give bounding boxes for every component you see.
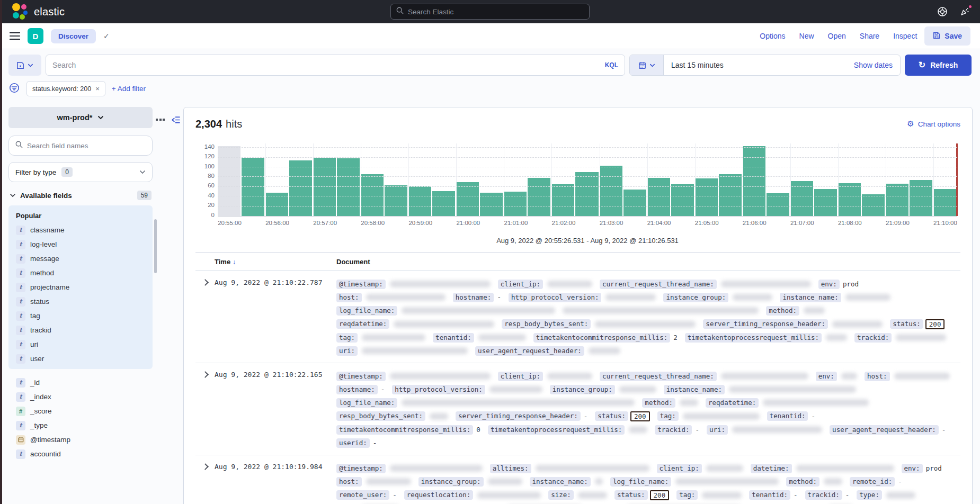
index-pattern-selector[interactable]: wm-prod*	[8, 107, 153, 128]
field-item-classname[interactable]: tclassname	[14, 223, 147, 237]
collapse-sidebar-icon[interactable]	[171, 115, 180, 127]
toolbar-link-new[interactable]: New	[799, 32, 814, 40]
redacted-value	[366, 294, 446, 301]
toolbar-link-inspect[interactable]: Inspect	[893, 32, 917, 40]
histogram-bar[interactable]	[289, 160, 312, 216]
histogram-bar[interactable]	[671, 184, 694, 216]
field-item-user[interactable]: tuser	[14, 352, 147, 366]
redacted-value	[721, 281, 811, 287]
field-item-uri[interactable]: turi	[14, 337, 147, 352]
histogram-bar[interactable]	[432, 191, 455, 216]
app-badge[interactable]: D	[28, 28, 43, 44]
histogram-bar[interactable]	[767, 193, 789, 216]
histogram-bar[interactable]	[385, 185, 407, 216]
date-quick-select-button[interactable]	[630, 55, 664, 75]
help-icon[interactable]	[937, 6, 948, 17]
field-search-input[interactable]	[27, 142, 146, 150]
histogram-bar[interactable]	[623, 190, 646, 216]
field-item-log-level[interactable]: tlog-level	[14, 237, 147, 251]
sort-descending-icon[interactable]: ↓	[233, 258, 236, 266]
toolbar-link-options[interactable]: Options	[760, 32, 785, 40]
field-item-trackid[interactable]: ttrackid	[14, 323, 147, 337]
filter-pill[interactable]: status.keyword: 200 ×	[26, 81, 105, 96]
doc-field-timetakentocommitresponse_millis: timetakentocommitresponse_millis:2	[533, 333, 678, 343]
histogram-bar[interactable]	[743, 146, 765, 216]
histogram-bar[interactable]	[551, 184, 574, 216]
refresh-button[interactable]: ↻ Refresh	[905, 55, 972, 76]
filter-icon[interactable]	[8, 82, 20, 96]
expand-row-icon[interactable]	[202, 371, 209, 378]
histogram-bar[interactable]	[862, 194, 885, 216]
histogram-bar[interactable]	[313, 158, 336, 217]
field-item-tag[interactable]: ttag	[14, 309, 147, 323]
query-input[interactable]	[52, 61, 595, 69]
time-range-value[interactable]: Last 15 minutes	[664, 61, 731, 69]
histogram-bar[interactable]	[886, 184, 908, 216]
time-column-header[interactable]: Time	[215, 258, 230, 266]
histogram-bar[interactable]	[814, 189, 837, 216]
histogram-bar[interactable]	[838, 183, 861, 216]
expand-row-icon[interactable]	[202, 279, 209, 286]
available-fields-toggle[interactable]: Available fields 59	[8, 190, 153, 205]
y-axis-tick-label: 20	[199, 202, 215, 209]
query-language-button[interactable]: KQL	[600, 61, 618, 69]
histogram-bar[interactable]	[695, 178, 718, 216]
field-actions-icon[interactable]	[156, 115, 165, 124]
sidebar-scrollbar[interactable]	[154, 219, 157, 273]
histogram-bar[interactable]	[575, 172, 598, 216]
redacted-value	[832, 321, 883, 328]
toolbar-link-share[interactable]: Share	[860, 32, 879, 40]
histogram-bar[interactable]	[719, 174, 742, 216]
remove-filter-icon[interactable]: ×	[95, 85, 100, 93]
histogram-bar[interactable]	[910, 180, 932, 216]
expand-row-icon[interactable]	[202, 463, 209, 470]
histogram-bar[interactable]	[265, 193, 288, 216]
histogram-bar[interactable]	[790, 181, 813, 216]
histogram-bar[interactable]	[647, 178, 670, 216]
redacted-value	[362, 347, 468, 354]
elastic-logo[interactable]: elastic	[12, 3, 65, 20]
field-item-timestamp[interactable]: @timestamp	[14, 433, 147, 447]
chart-options-button[interactable]: ⚙ Chart options	[907, 119, 960, 129]
filter-by-type-select[interactable]: Filter by type 0	[8, 162, 153, 182]
global-search-input[interactable]	[408, 8, 584, 16]
toolbar-link-open[interactable]: Open	[828, 32, 846, 40]
global-search-bar[interactable]	[390, 4, 590, 20]
histogram-bar[interactable]	[456, 182, 479, 216]
histogram-bar[interactable]	[242, 158, 264, 217]
histogram-bar[interactable]	[337, 158, 360, 216]
field-item-_id[interactable]: t_id	[14, 375, 147, 390]
histogram-bar[interactable]	[408, 186, 431, 216]
save-button[interactable]: Save	[924, 26, 970, 46]
field-item-message[interactable]: tmessage	[14, 251, 147, 266]
menu-icon[interactable]	[10, 32, 20, 40]
text-field-icon: t	[16, 268, 25, 278]
show-dates-button[interactable]: Show dates	[854, 61, 900, 69]
field-item-method[interactable]: tmethod	[14, 266, 147, 280]
field-item-_type[interactable]: t_type	[14, 418, 147, 433]
doc-field-pill: instance_group:	[418, 477, 484, 487]
histogram-bar[interactable]	[933, 189, 956, 216]
histogram-bar[interactable]	[480, 193, 503, 216]
field-item-projectname[interactable]: tprojectname	[14, 280, 147, 294]
redacted-value	[366, 478, 411, 485]
histogram-bar[interactable]	[218, 146, 240, 216]
field-item-accountid[interactable]: taccountid	[14, 447, 147, 461]
breadcrumb[interactable]: Discover	[51, 29, 96, 43]
add-filter-button[interactable]: + Add filter	[112, 85, 146, 93]
field-item-status[interactable]: tstatus	[14, 294, 147, 309]
doc-field-value: -	[393, 491, 397, 499]
doc-field-pill: timetakentoprocessrequest_millis:	[685, 333, 822, 343]
doc-field-pill: host:	[336, 293, 362, 302]
histogram-bar[interactable]	[528, 178, 550, 216]
histogram-bar[interactable]	[361, 174, 384, 216]
field-item-_index[interactable]: t_index	[14, 390, 147, 404]
saved-query-menu-button[interactable]	[8, 55, 41, 76]
field-name: status	[30, 298, 49, 305]
news-feed-icon[interactable]	[959, 6, 970, 17]
field-item-_score[interactable]: #_score	[14, 404, 147, 418]
text-field-icon: t	[16, 378, 25, 388]
histogram-bar[interactable]	[600, 166, 622, 216]
text-field-icon: t	[16, 283, 25, 292]
histogram-bar[interactable]	[504, 192, 527, 216]
